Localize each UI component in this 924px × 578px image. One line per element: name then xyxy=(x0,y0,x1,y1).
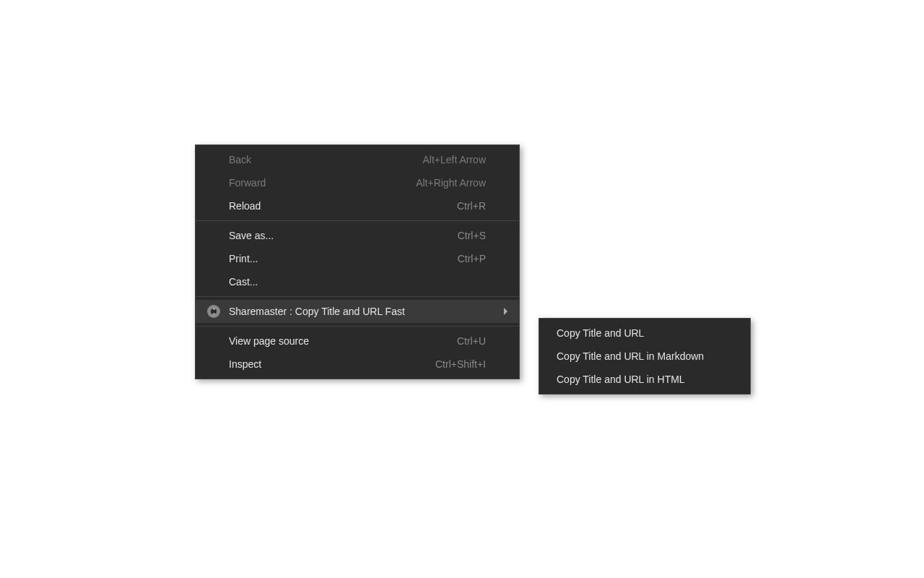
menu-separator xyxy=(196,326,519,327)
menu-item-forward[interactable]: Forward Alt+Right Arrow xyxy=(196,171,519,194)
menu-item-shortcut: Alt+Left Arrow xyxy=(422,154,486,165)
menu-item-label: Cast... xyxy=(229,276,486,288)
menu-item-save-as[interactable]: Save as... Ctrl+S xyxy=(196,224,519,247)
submenu-item-copy-title-url-markdown[interactable]: Copy Title and URL in Markdown xyxy=(539,345,750,368)
menu-item-view-source[interactable]: View page source Ctrl+U xyxy=(196,329,519,353)
menu-item-label: Reload xyxy=(229,200,457,212)
menu-item-label: Forward xyxy=(229,177,416,189)
sharemaster-submenu: Copy Title and URL Copy Title and URL in… xyxy=(539,318,751,394)
menu-item-shortcut: Ctrl+P xyxy=(458,253,486,264)
menu-item-back[interactable]: Back Alt+Left Arrow xyxy=(196,148,519,171)
menu-separator xyxy=(196,296,519,297)
menu-item-sharemaster[interactable]: Sharemaster : Copy Title and URL Fast xyxy=(196,300,519,323)
menu-item-shortcut: Alt+Right Arrow xyxy=(416,177,486,189)
menu-item-inspect[interactable]: Inspect Ctrl+Shift+I xyxy=(196,353,519,376)
submenu-item-label: Copy Title and URL xyxy=(557,327,733,339)
menu-item-label: Print... xyxy=(229,253,458,264)
menu-separator xyxy=(196,220,519,221)
chevron-right-icon xyxy=(504,308,507,315)
menu-item-label: View page source xyxy=(229,335,457,347)
menu-item-shortcut: Ctrl+R xyxy=(457,200,486,212)
context-menu: Back Alt+Left Arrow Forward Alt+Right Ar… xyxy=(195,144,520,379)
submenu-item-copy-title-url-html[interactable]: Copy Title and URL in HTML xyxy=(539,368,750,391)
menu-item-label: Back xyxy=(229,154,422,165)
menu-item-label: Save as... xyxy=(229,230,458,241)
menu-item-cast[interactable]: Cast... xyxy=(196,270,519,293)
menu-item-label: Sharemaster : Copy Title and URL Fast xyxy=(229,306,486,317)
menu-item-reload[interactable]: Reload Ctrl+R xyxy=(196,194,519,217)
submenu-item-label: Copy Title and URL in Markdown xyxy=(557,350,733,362)
menu-item-shortcut: Ctrl+S xyxy=(458,230,486,241)
menu-item-print[interactable]: Print... Ctrl+P xyxy=(196,247,519,270)
menu-item-shortcut: Ctrl+Shift+I xyxy=(435,358,486,370)
submenu-item-copy-title-url[interactable]: Copy Title and URL xyxy=(539,322,750,345)
extension-icon xyxy=(207,305,220,318)
menu-item-shortcut: Ctrl+U xyxy=(457,335,486,347)
menu-item-label: Inspect xyxy=(229,358,435,370)
submenu-item-label: Copy Title and URL in HTML xyxy=(557,374,733,385)
